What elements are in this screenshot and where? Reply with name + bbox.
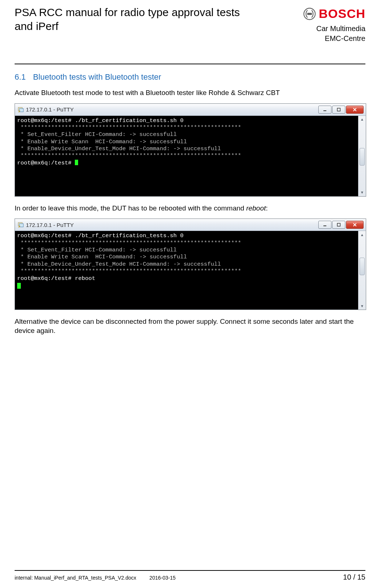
page-footer: internal: Manual_iPerf_and_RTA_tests_PSA… — [15, 570, 365, 581]
putty-title-1: 172.17.0.1 - PuTTY — [26, 106, 74, 113]
section-heading: 6.1Bluetooth tests with Bluetooth tester — [15, 72, 365, 82]
bosch-logo: BOSCH — [303, 5, 365, 22]
putty-title-2: 172.17.0.1 - PuTTY — [26, 222, 74, 228]
brand-line-1: Car Multimedia — [303, 24, 365, 34]
scroll-track[interactable] — [358, 238, 366, 302]
cursor-icon — [17, 283, 21, 289]
bosch-wordmark: BOSCH — [319, 5, 365, 22]
section-number: 6.1 — [15, 72, 26, 81]
putty-terminal-1[interactable]: root@mx6q:/test# ./bt_rf_certification_t… — [15, 116, 358, 196]
close-button[interactable] — [346, 106, 364, 114]
scroll-thumb[interactable] — [360, 258, 365, 275]
scrollbar-2[interactable]: ▲ ▼ — [358, 231, 366, 310]
close-button[interactable] — [346, 221, 364, 229]
section-title: Bluetooth tests with Bluetooth tester — [33, 72, 161, 81]
putty-titlebar-1[interactable]: 172.17.0.1 - PuTTY — [15, 104, 366, 116]
paragraph-2: In order to leave this mode, the DUT has… — [15, 204, 365, 213]
cursor-icon — [75, 160, 78, 165]
scroll-down-icon[interactable]: ▼ — [358, 302, 366, 310]
paragraph-1: Activate Bluetooth test mode to test wit… — [15, 88, 365, 98]
scroll-up-icon[interactable]: ▲ — [358, 116, 366, 123]
svg-rect-1 — [307, 13, 312, 15]
svg-rect-5 — [337, 108, 340, 111]
putty-window-1: 172.17.0.1 - PuTTY root@mx6q:/test# ./bt… — [15, 103, 366, 197]
window-buttons-2 — [318, 221, 364, 229]
maximize-button[interactable] — [332, 221, 345, 229]
scroll-up-icon[interactable]: ▲ — [358, 231, 366, 238]
brand-line-2: EMC-Centre — [303, 34, 365, 43]
header-divider — [15, 64, 365, 64]
page-header: PSA RCC manual for radio type approval t… — [15, 5, 365, 43]
putty-titlebar-2[interactable]: 172.17.0.1 - PuTTY — [15, 219, 366, 231]
putty-icon — [18, 222, 24, 228]
scroll-thumb[interactable] — [360, 148, 365, 166]
minimize-button[interactable] — [318, 221, 331, 229]
paragraph-3: Alternative the device can be disconnect… — [15, 317, 365, 335]
putty-window-2: 172.17.0.1 - PuTTY root@mx6q:/test# ./bt… — [15, 219, 366, 310]
footer-page-number: 10 / 15 — [343, 573, 365, 581]
putty-terminal-2[interactable]: root@mx6q:/test# ./bt_rf_certification_t… — [15, 231, 358, 310]
minimize-button[interactable] — [318, 106, 331, 114]
maximize-button[interactable] — [332, 106, 345, 114]
window-buttons-1 — [318, 106, 364, 114]
svg-rect-9 — [337, 223, 340, 226]
scroll-track[interactable] — [358, 123, 366, 189]
page-title: PSA RCC manual for radio type approval t… — [15, 5, 241, 33]
footer-date: 2016-03-15 — [149, 575, 176, 581]
brand-block: BOSCH Car Multimedia EMC-Centre — [303, 5, 365, 43]
footer-filename: internal: Manual_iPerf_and_RTA_tests_PSA… — [15, 575, 136, 581]
document-page: PSA RCC manual for radio type approval t… — [0, 0, 380, 588]
bosch-anker-icon — [303, 8, 316, 20]
footer-divider — [15, 570, 365, 571]
putty-icon — [18, 107, 24, 113]
scrollbar-1[interactable]: ▲ ▼ — [358, 116, 366, 196]
scroll-down-icon[interactable]: ▼ — [358, 189, 366, 196]
